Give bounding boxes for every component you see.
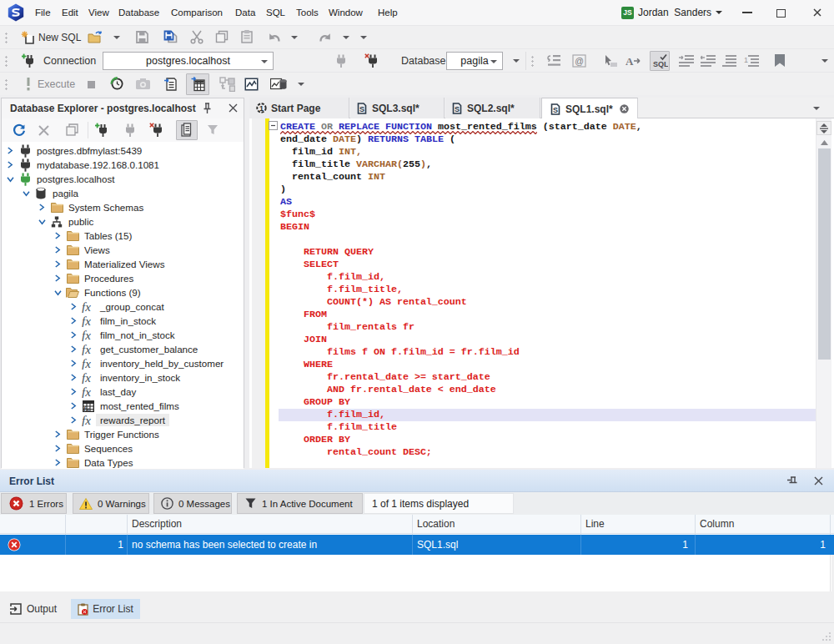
svg-text:@: @ [575,56,584,66]
svg-text:1: 1 [744,56,748,64]
svg-text:fx: fx [82,357,91,370]
svg-text:S: S [359,104,364,113]
svg-text:fx: fx [82,300,91,313]
svg-text:fx: fx [83,404,90,412]
svg-text:fx: fx [82,385,91,398]
svg-text:S: S [455,104,460,113]
svg-text:fx: fx [82,314,91,327]
svg-text:1: 1 [259,104,264,113]
svg-text:fx: fx [82,343,91,355]
svg-text:fx: fx [82,414,91,426]
svg-text:fx: fx [82,371,91,384]
svg-text:fx: fx [82,329,91,341]
svg-text:SQL: SQL [653,60,668,68]
svg-text:A: A [626,55,634,68]
svg-text:S: S [553,105,558,113]
